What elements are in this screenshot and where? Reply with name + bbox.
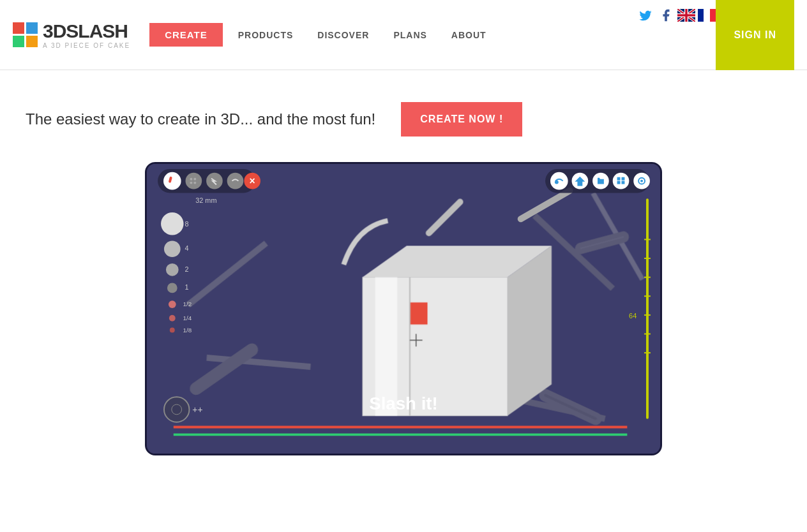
svg-point-40 (169, 300, 176, 308)
sign-in-button[interactable]: SIGN IN (716, 0, 794, 70)
svg-rect-61 (621, 181, 624, 184)
svg-text:Slash it!: Slash it! (369, 394, 437, 413)
svg-text:32    mm: 32 mm (195, 196, 216, 204)
svg-point-52 (555, 181, 559, 184)
3d-scene: × 32 mm 8 4 2 1 1/2 1/4 1/8 (147, 164, 660, 454)
svg-point-29 (190, 182, 192, 184)
svg-text:2: 2 (185, 265, 189, 273)
svg-point-39 (167, 283, 177, 293)
svg-rect-1 (698, 9, 704, 22)
svg-text:1: 1 (185, 283, 189, 291)
logo-text: 3DSLASH (43, 20, 130, 42)
svg-point-37 (164, 240, 181, 257)
discover-link[interactable]: DISCOVER (308, 27, 378, 43)
header: 3DSLASH A 3D PIECE OF CAKE CREATE PRODUC… (0, 0, 807, 70)
svg-text:++: ++ (192, 404, 202, 415)
svg-point-42 (170, 328, 175, 333)
svg-point-38 (166, 263, 179, 276)
scene-svg: × 32 mm 8 4 2 1 1/2 1/4 1/8 (147, 164, 660, 454)
svg-text:1/2: 1/2 (183, 300, 192, 307)
svg-point-51 (550, 172, 568, 190)
about-link[interactable]: ABOUT (442, 27, 495, 43)
main-nav: CREATE PRODUCTS DISCOVER PLANS ABOUT (149, 23, 637, 47)
svg-rect-55 (577, 181, 582, 186)
svg-point-27 (190, 178, 192, 181)
svg-rect-2 (704, 9, 710, 22)
svg-point-57 (613, 173, 630, 189)
svg-rect-59 (621, 177, 624, 181)
svg-point-30 (193, 182, 196, 184)
main-content: The easiest way to create in 3D... and t… (0, 70, 807, 475)
svg-rect-58 (617, 177, 621, 181)
svg-rect-17 (410, 302, 428, 325)
twitter-icon[interactable] (637, 6, 654, 24)
header-right (637, 0, 716, 70)
svg-point-28 (193, 178, 196, 181)
hero-tagline: The easiest way to create in 3D... and t… (26, 110, 375, 128)
svg-text:1/4: 1/4 (183, 314, 192, 321)
svg-text:64: 64 (629, 312, 637, 320)
svg-text:1/8: 1/8 (183, 327, 192, 334)
logo-block-br (26, 36, 38, 47)
video-container[interactable]: × 32 mm 8 4 2 1 1/2 1/4 1/8 (145, 162, 662, 455)
svg-point-41 (169, 315, 176, 321)
svg-point-26 (186, 173, 202, 189)
svg-point-32 (227, 173, 244, 189)
logo: 3DSLASH A 3D PIECE OF CAKE (13, 20, 130, 49)
svg-rect-3 (710, 9, 716, 22)
create-button[interactable]: CREATE (149, 23, 223, 47)
svg-point-24 (163, 172, 181, 190)
uk-flag-icon[interactable] (677, 9, 695, 22)
logo-subtitle: A 3D PIECE OF CAKE (43, 42, 130, 49)
svg-rect-60 (617, 181, 621, 184)
svg-text:4: 4 (185, 244, 189, 252)
svg-text:8: 8 (185, 220, 189, 228)
svg-text:×: × (250, 175, 255, 186)
logo-block-tl (13, 22, 24, 34)
logo-blocks (13, 22, 38, 47)
logo-block-bl (13, 36, 24, 47)
logo-block-tr (26, 22, 38, 34)
hero-section: The easiest way to create in 3D... and t… (26, 102, 781, 137)
products-link[interactable]: PRODUCTS (229, 27, 303, 43)
plans-link[interactable]: PLANS (384, 27, 435, 43)
create-now-button[interactable]: CREATE NOW ! (401, 102, 522, 137)
fr-flag-icon[interactable] (698, 9, 716, 22)
svg-point-36 (161, 212, 184, 235)
facebook-icon[interactable] (657, 6, 675, 24)
svg-rect-65 (646, 198, 649, 418)
svg-point-78 (172, 404, 182, 415)
social-icons (637, 6, 716, 24)
svg-point-64 (640, 180, 643, 182)
